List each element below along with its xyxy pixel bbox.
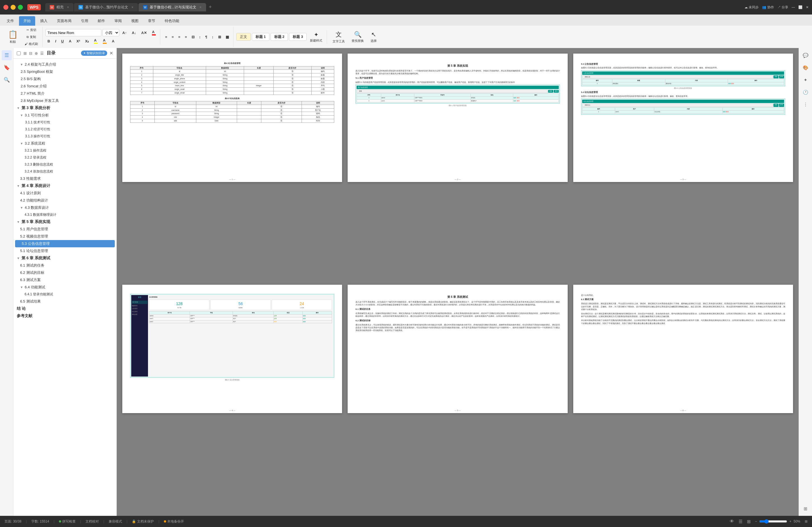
toc-arrow-11[interactable]: ▼ — [20, 142, 23, 145]
italic-button[interactable]: I — [53, 38, 58, 44]
zoom-minus[interactable]: − — [755, 519, 757, 523]
toc-item-22[interactable]: ▼ 第 5 章 系统实现 — [13, 218, 116, 225]
toc-arrow-27[interactable]: ▼ — [17, 257, 20, 260]
share-button[interactable]: ↗ 分享 — [778, 5, 788, 10]
toc-select-all[interactable] — [17, 52, 21, 55]
toc-item-11[interactable]: ▼ 3.2 系统流程 — [13, 140, 116, 147]
cut-button[interactable]: ✂ 剪切 — [22, 27, 40, 33]
select-button[interactable]: ↖ 选择 — [368, 30, 379, 44]
tab-close-doc1[interactable]: × — [131, 5, 133, 9]
align-right[interactable]: ≡ — [176, 34, 182, 40]
close-button[interactable] — [3, 5, 9, 10]
border-btn[interactable]: ⊞ — [216, 34, 223, 40]
backup[interactable]: 本地备份开 — [164, 519, 184, 524]
toc-item-12[interactable]: 3.2.1 操作流程 — [13, 147, 116, 154]
toc-item-20[interactable]: ▼ 4.3 数据库设计 — [13, 204, 116, 211]
nav-toc-button[interactable]: ☰ — [2, 50, 12, 60]
toc-item-18[interactable]: 4.1 设计原则 — [13, 190, 116, 197]
toc-arrow-31[interactable]: ▼ — [20, 286, 23, 289]
subscript-button[interactable]: X₂ — [83, 38, 91, 44]
shading-btn[interactable]: ▦ — [224, 34, 231, 40]
tab-doc1[interactable]: W 基于微信小...预约平台论文 × — [74, 3, 138, 12]
ribbon-tab-layout[interactable]: 页面布局 — [53, 16, 76, 26]
toc-arrow-20[interactable]: ▼ — [20, 206, 23, 209]
toc-item-29[interactable]: 6.2 测试的目标 — [13, 269, 116, 276]
toc-item-21[interactable]: 4.3.1 数据库物理设计 — [13, 211, 116, 218]
font-size-select[interactable]: 小四 四号 五号 — [102, 29, 119, 36]
toc-item-16[interactable]: 3.3 性能需求 — [13, 175, 116, 182]
ribbon-tab-chapter[interactable]: 章节 — [144, 16, 160, 26]
toc-list-icon[interactable]: ☰ — [40, 50, 44, 56]
toc-item-34[interactable]: 结 论 — [13, 305, 116, 312]
ribbon-tab-file[interactable]: 文件 — [2, 16, 18, 26]
text-tools-button[interactable]: 文 文字工具 — [330, 29, 348, 45]
find-replace-button[interactable]: 🔍 查找替换 — [349, 30, 367, 44]
sidebar-close-button[interactable]: ✕ — [110, 50, 113, 56]
toc-item-26[interactable]: 5.1 论坛信息管理 — [13, 247, 116, 254]
font-color-btn[interactable]: A — [150, 29, 158, 36]
font-size-increase[interactable]: A↑ — [120, 30, 129, 36]
sync-status[interactable]: ☁ 未同步 — [744, 5, 759, 10]
toc-item-19[interactable]: 4.2 功能结构设计 — [13, 197, 116, 204]
ribbon-tab-mail[interactable]: 邮件 — [93, 16, 110, 26]
font-name-input[interactable] — [45, 29, 101, 36]
close-win[interactable]: ✕ — [806, 5, 809, 9]
nav-bookmark-button[interactable]: 🔖 — [2, 62, 12, 73]
minimize-button[interactable] — [11, 5, 16, 10]
tab-close-daoke[interactable]: × — [67, 5, 69, 9]
layout-icon[interactable]: ⊞ — [747, 519, 751, 524]
right-panel-ai[interactable]: ✦ — [800, 75, 811, 85]
font-size-decrease[interactable]: A↓ — [130, 30, 138, 36]
compat-mode[interactable]: 兼容模式 — [108, 519, 122, 524]
font-color-a[interactable]: A — [92, 38, 100, 45]
format-paint-button[interactable]: 🖌 格式刷 — [22, 41, 40, 47]
font-shade-btn[interactable]: A — [110, 38, 116, 44]
grid-icon[interactable]: ⊞ — [805, 519, 808, 523]
align-center[interactable]: ≡ — [170, 34, 176, 40]
ribbon-tab-start[interactable]: 开始 — [19, 16, 35, 26]
eye-icon[interactable]: 👁 — [730, 519, 734, 524]
toc-item-5[interactable]: 2.8 MyEclipse 开发工具 — [13, 97, 116, 104]
doc-pages[interactable]: 表4.5公告信息管理 序号字段名数据类型长度是否为空说明 1idint否编号 2… — [117, 48, 799, 516]
toc-item-10[interactable]: 3.1.3 操作可行性 — [13, 133, 116, 140]
unsaved[interactable]: 🔒 文档未保护 — [132, 519, 154, 524]
collab-button[interactable]: 👥 协作 — [762, 5, 774, 10]
bold-button[interactable]: B — [45, 38, 52, 44]
fullscreen-win[interactable]: ⬜ — [798, 5, 802, 9]
toc-item-13[interactable]: 3.2.2 登录流程 — [13, 154, 116, 161]
tab-doc2[interactable]: W 基于微信小程...计与实现论文 × — [139, 3, 206, 12]
toc-arrow-22[interactable]: ▼ — [17, 220, 20, 223]
minimize-win[interactable]: — — [792, 5, 795, 9]
toc-item-8[interactable]: 3.1.1 技术可行性 — [13, 119, 116, 126]
style-normal[interactable]: 正文 — [236, 33, 251, 41]
underline-button[interactable]: U — [59, 38, 66, 44]
style-heading2[interactable]: 标题 2 — [271, 33, 288, 41]
toc-item-33[interactable]: 6.5 测试结果 — [13, 298, 116, 305]
toc-item-23[interactable]: 5.1 用户信息管理 — [13, 225, 116, 233]
toc-item-24[interactable]: 5.2 视频信息管理 — [13, 233, 116, 240]
style-heading1[interactable]: 标题 1 — [252, 33, 270, 41]
col-layout[interactable]: ⊟ — [190, 34, 197, 40]
align-justify[interactable]: ≡ — [183, 34, 189, 40]
ribbon-tab-insert[interactable]: 插入 — [36, 16, 52, 26]
toc-item-27[interactable]: ▼ 第 6 章 系统测试 — [13, 254, 116, 262]
paste-button[interactable]: 📋 粘贴 — [4, 29, 21, 45]
toc-item-2[interactable]: 2.5 B/S 架构 — [13, 75, 116, 83]
ribbon-tab-review[interactable]: 审阅 — [110, 16, 126, 26]
toc-arrow-0[interactable]: ▼ — [20, 63, 23, 66]
ribbon-tab-ref[interactable]: 引用 — [76, 16, 93, 26]
tab-close-doc2[interactable]: × — [200, 5, 202, 9]
toc-item-32[interactable]: 6.4.1 登录功能测试 — [13, 291, 116, 298]
toc-item-3[interactable]: 2.6 Tomcat 介绍 — [13, 83, 116, 90]
maximize-button[interactable] — [18, 5, 23, 10]
highlight-btn[interactable]: A — [101, 38, 108, 45]
ai-toc-button[interactable]: ✦ 智能识别目录 — [81, 50, 107, 56]
toc-item-15[interactable]: 3.2.4 添加信息流程 — [13, 168, 116, 175]
toc-item-25-active[interactable]: 5.3 公告信息管理 — [15, 240, 115, 247]
tab-daoke[interactable]: W 稻壳 × — [45, 3, 73, 12]
right-panel-comments[interactable]: 💬 — [800, 50, 811, 60]
ribbon-tab-view[interactable]: 视图 — [127, 16, 143, 26]
style-heading3[interactable]: 标题 3 — [289, 33, 307, 41]
clear-format[interactable]: A✕ — [139, 30, 149, 36]
right-panel-history[interactable]: 🕐 — [800, 87, 811, 97]
